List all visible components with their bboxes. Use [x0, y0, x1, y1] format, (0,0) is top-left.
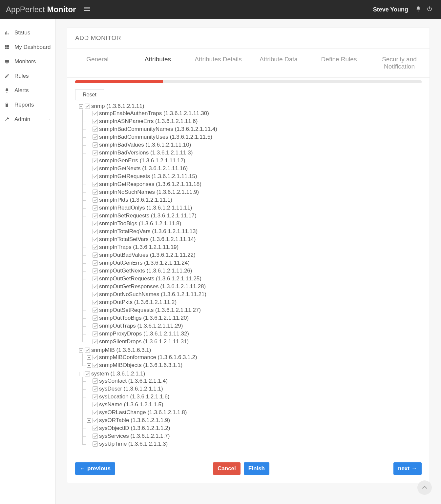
finish-button[interactable]: Finish: [244, 462, 269, 475]
tree-collapse-icon[interactable]: [79, 104, 83, 109]
tree-node-label[interactable]: snmpInGetRequests (1.3.6.1.2.1.11.15): [99, 173, 197, 180]
tree-node-label[interactable]: snmpMIB (1.3.6.1.6.3.1): [91, 347, 151, 353]
tree-node-label[interactable]: snmpOutGetResponses (1.3.6.1.2.1.11.28): [99, 283, 206, 290]
tree-checkbox[interactable]: [93, 323, 98, 329]
sidebar-item-reports[interactable]: Reports: [0, 98, 55, 112]
tree-checkbox[interactable]: [93, 197, 98, 203]
tree-checkbox[interactable]: [93, 229, 98, 234]
tree-node-label[interactable]: snmpInGetResponses (1.3.6.1.2.1.11.18): [99, 181, 201, 188]
tree-checkbox[interactable]: [93, 402, 98, 407]
tree-node-label[interactable]: snmpOutBadValues (1.3.6.1.2.1.11.22): [99, 252, 196, 258]
tree-checkbox[interactable]: [93, 142, 98, 148]
tree-checkbox[interactable]: [93, 111, 98, 116]
tree-node-label[interactable]: sysORTable (1.3.6.1.2.1.1.9): [99, 417, 170, 424]
tree-checkbox[interactable]: [93, 252, 98, 258]
tree-node-label[interactable]: snmpProxyDrops (1.3.6.1.2.1.11.32): [99, 331, 189, 337]
sidebar-item-alerts[interactable]: Alerts: [0, 83, 55, 98]
tree-node-label[interactable]: sysName (1.3.6.1.2.1.1.5): [99, 401, 163, 408]
tree-node-label[interactable]: snmpInGenErrs (1.3.6.1.2.1.11.12): [99, 157, 185, 164]
tree-checkbox[interactable]: [93, 119, 98, 124]
tree-node-label[interactable]: sysDescr (1.3.6.1.2.1.1.1): [99, 386, 163, 392]
tree-node-label[interactable]: snmpOutSetRequests (1.3.6.1.2.1.11.27): [99, 307, 201, 313]
tree-checkbox[interactable]: [93, 386, 98, 392]
tree-checkbox[interactable]: [93, 158, 98, 163]
tree-checkbox[interactable]: [93, 205, 98, 211]
tree-node-label[interactable]: snmpInGetNexts (1.3.6.1.2.1.11.16): [99, 165, 188, 172]
tree-checkbox[interactable]: [93, 245, 98, 250]
menu-toggle-icon[interactable]: [83, 5, 91, 14]
power-icon[interactable]: [427, 6, 432, 13]
tree-node-label[interactable]: snmpEnableAuthenTraps (1.3.6.1.2.1.11.30…: [99, 110, 209, 117]
tree-checkbox[interactable]: [93, 213, 98, 218]
tree-checkbox[interactable]: [93, 268, 98, 273]
tree-collapse-icon[interactable]: [79, 372, 83, 376]
tree-checkbox[interactable]: [93, 190, 98, 195]
tree-node-label[interactable]: sysUpTime (1.3.6.1.2.1.1.3): [99, 441, 168, 447]
sidebar-item-rules[interactable]: Rules: [0, 69, 55, 83]
tree-checkbox[interactable]: [93, 355, 98, 360]
sidebar-item-monitors[interactable]: Monitors: [0, 54, 55, 69]
tree-checkbox[interactable]: [93, 134, 98, 140]
tree-node-label[interactable]: snmpMIBObjects (1.3.6.1.6.3.1.1): [99, 362, 182, 369]
tree-checkbox[interactable]: [93, 315, 98, 321]
tree-node-label[interactable]: snmpInTotalSetVars (1.3.6.1.2.1.11.14): [99, 236, 196, 243]
tree-checkbox[interactable]: [93, 292, 98, 297]
tree-checkbox[interactable]: [85, 104, 90, 109]
tree-checkbox[interactable]: [93, 426, 98, 431]
tree-node-label[interactable]: snmpOutTooBigs (1.3.6.1.2.1.11.20): [99, 315, 189, 321]
tree-node-label[interactable]: snmpMIBConformance (1.3.6.1.6.3.1.2): [99, 354, 197, 361]
tree-node-label[interactable]: snmpInTooBigs (1.3.6.1.2.1.11.8): [99, 220, 181, 227]
tree-node-label[interactable]: snmpOutGetRequests (1.3.6.1.2.1.11.25): [99, 275, 201, 282]
tree-node-label[interactable]: snmpInBadVersions (1.3.6.1.2.1.11.3): [99, 150, 193, 156]
tree-node-label[interactable]: snmpInASNParseErrs (1.3.6.1.2.1.11.6): [99, 118, 198, 125]
tree-checkbox[interactable]: [93, 394, 98, 399]
tree-checkbox[interactable]: [93, 363, 98, 368]
sidebar-item-admin[interactable]: Admin: [0, 112, 55, 127]
next-button[interactable]: next →: [393, 462, 422, 475]
tree-node-label[interactable]: snmpInNoSuchNames (1.3.6.1.2.1.11.9): [99, 189, 199, 195]
bell-icon[interactable]: [415, 6, 421, 13]
sidebar-item-status[interactable]: Status: [0, 26, 55, 40]
tree-checkbox[interactable]: [85, 371, 90, 376]
tree-checkbox[interactable]: [93, 174, 98, 179]
tree-checkbox[interactable]: [93, 418, 98, 423]
wizard-tab-general[interactable]: General: [67, 49, 128, 77]
wizard-tab-security-and-notification[interactable]: Security and Notification: [369, 49, 430, 77]
tree-node-label[interactable]: snmpOutPkts (1.3.6.1.2.1.11.2): [99, 299, 177, 306]
wizard-tab-attribute-data[interactable]: Attribute Data: [248, 49, 309, 77]
tree-node-label[interactable]: snmpOutGenErrs (1.3.6.1.2.1.11.24): [99, 260, 190, 266]
tree-node-label[interactable]: snmpInPkts (1.3.6.1.2.1.11.1): [99, 197, 172, 203]
tree-node-label[interactable]: snmpOutNoSuchNames (1.3.6.1.2.1.11.21): [99, 291, 206, 298]
tree-node-label[interactable]: system (1.3.6.1.2.1.1): [91, 371, 145, 377]
tree-node-label[interactable]: snmpInSetRequests (1.3.6.1.2.1.11.17): [99, 212, 197, 219]
tree-checkbox[interactable]: [85, 348, 90, 353]
sidebar-item-my-dashboard[interactable]: My Dashboard: [0, 40, 55, 54]
tree-expand-icon[interactable]: [87, 418, 91, 423]
reset-button[interactable]: Reset: [75, 89, 104, 100]
scroll-top-button[interactable]: [417, 480, 432, 495]
cancel-button[interactable]: Cancel: [213, 462, 241, 475]
tree-expand-icon[interactable]: [87, 355, 91, 360]
tree-node-label[interactable]: snmpInBadCommunityUses (1.3.6.1.2.1.11.5…: [99, 134, 212, 140]
tree-checkbox[interactable]: [93, 331, 98, 336]
tree-checkbox[interactable]: [93, 127, 98, 132]
tree-node-label[interactable]: snmpSilentDrops (1.3.6.1.2.1.11.31): [99, 338, 189, 345]
tree-checkbox[interactable]: [93, 410, 98, 415]
tree-expand-icon[interactable]: [87, 363, 91, 368]
tree-node-label[interactable]: snmpInBadCommunityNames (1.3.6.1.2.1.11.…: [99, 126, 217, 132]
tree-collapse-icon[interactable]: [79, 348, 83, 353]
tree-node-label[interactable]: snmpOutGetNexts (1.3.6.1.2.1.11.26): [99, 268, 192, 274]
tree-checkbox[interactable]: [93, 182, 98, 187]
tree-checkbox[interactable]: [93, 308, 98, 313]
tree-checkbox[interactable]: [93, 276, 98, 281]
tree-node-label[interactable]: snmp (1.3.6.1.2.1.11): [91, 103, 144, 110]
tree-checkbox[interactable]: [93, 150, 98, 155]
tree-checkbox[interactable]: [93, 221, 98, 226]
wizard-tab-attributes[interactable]: Attributes: [128, 49, 188, 77]
tree-checkbox[interactable]: [93, 378, 98, 384]
tree-checkbox[interactable]: [93, 300, 98, 305]
tree-node-label[interactable]: snmpInBadValues (1.3.6.1.2.1.11.10): [99, 142, 191, 148]
tree-node-label[interactable]: snmpInTraps (1.3.6.1.2.1.11.19): [99, 244, 178, 251]
tree-node-label[interactable]: sysObjectID (1.3.6.1.2.1.1.2): [99, 425, 170, 432]
tree-node-label[interactable]: sysLocation (1.3.6.1.2.1.1.6): [99, 393, 170, 400]
